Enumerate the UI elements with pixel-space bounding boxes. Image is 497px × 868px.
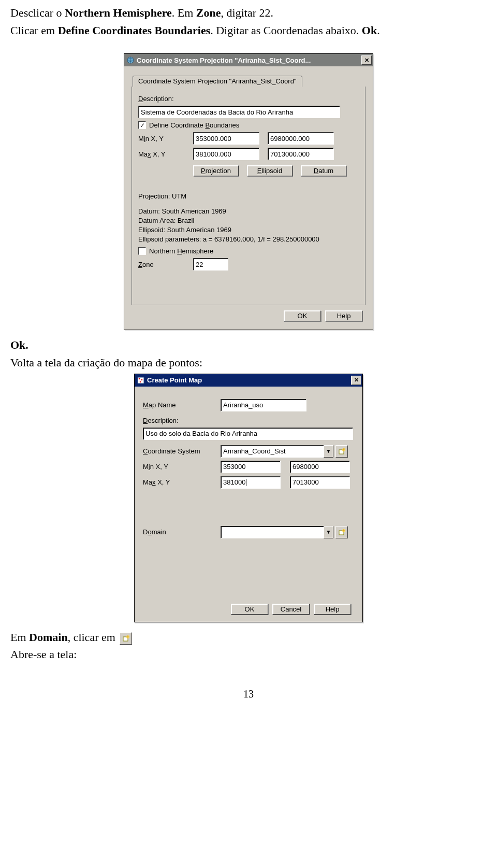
zone-input[interactable]: 22 bbox=[193, 258, 228, 271]
new-domain-inline-icon bbox=[120, 632, 132, 645]
min-xy-label: Min X, Y bbox=[143, 463, 221, 471]
new-coord-system-button[interactable] bbox=[335, 445, 348, 458]
max-xy-label: Max X, Y bbox=[143, 478, 221, 486]
projection-info: Projection: UTM bbox=[138, 192, 359, 200]
min-x-input[interactable]: 353000.000 bbox=[193, 132, 259, 145]
tab-coord-system[interactable]: Coordinate System Projection "Ariranha_S… bbox=[133, 76, 302, 87]
titlebar[interactable]: Coordinate System Projection "Ariranha_S… bbox=[124, 54, 373, 66]
coord-system-projection-dialog: Coordinate System Projection "Ariranha_S… bbox=[124, 53, 373, 330]
description-input[interactable]: Sistema de Coordenadas da Bacia do Rio A… bbox=[138, 106, 340, 118]
min-x-input[interactable]: 353000 bbox=[221, 461, 281, 473]
coord-system-dropdown[interactable]: Ariranha_Coord_Sist ▼ bbox=[221, 445, 333, 458]
ellipsoid-info: Ellipsoid: South American 1969 bbox=[138, 226, 359, 234]
map-name-label: Map Name bbox=[143, 401, 221, 409]
zone-label: Zone bbox=[138, 261, 193, 268]
min-xy-label: Min X, Y bbox=[138, 135, 193, 143]
globe-icon bbox=[126, 56, 135, 64]
svg-point-4 bbox=[140, 381, 141, 382]
close-icon[interactable]: ✕ bbox=[351, 376, 361, 385]
dialog-title: Coordinate System Projection "Ariranha_S… bbox=[137, 56, 360, 64]
northern-hemisphere-checkbox[interactable] bbox=[138, 247, 146, 255]
coord-system-label: Coordinate System bbox=[143, 447, 221, 455]
domain-label: Domain bbox=[143, 528, 221, 536]
domain-value bbox=[221, 526, 324, 538]
page-number: 13 bbox=[10, 688, 487, 700]
datum-info: Datum: South American 1969 bbox=[138, 207, 359, 215]
max-y-input[interactable]: 7013000.000 bbox=[268, 148, 334, 160]
projection-button[interactable]: Projection bbox=[193, 165, 239, 176]
abre-tela-line: Abre-se a tela: bbox=[10, 647, 487, 662]
datum-button[interactable]: Datum bbox=[301, 165, 346, 176]
max-y-input[interactable]: 7013000 bbox=[290, 476, 350, 489]
instruction-line-2: Clicar em Define Coordinates Boundaries.… bbox=[10, 23, 487, 38]
coord-system-value: Ariranha_Coord_Sist bbox=[221, 445, 324, 458]
define-bounds-label: Define Coordinate Boundaries bbox=[149, 121, 239, 129]
domain-dropdown[interactable]: ▼ bbox=[221, 526, 333, 538]
description-input[interactable]: Uso do solo da Bacia do Rio Ariranha bbox=[143, 428, 353, 440]
instruction-line-1: Desclicar o Northern Hemisphere. Em Zone… bbox=[10, 5, 487, 21]
volta-text: Volta a tela da criação do mapa de ponto… bbox=[10, 355, 487, 371]
svg-rect-1 bbox=[138, 377, 144, 383]
min-y-input[interactable]: 6980000 bbox=[290, 461, 350, 473]
svg-point-3 bbox=[141, 379, 143, 380]
ellipsoid-button[interactable]: Ellipsoid bbox=[247, 165, 293, 176]
max-x-input[interactable]: 381000 bbox=[221, 476, 281, 489]
datum-area-info: Datum Area: Brazil bbox=[138, 217, 359, 224]
ok-text: Ok. bbox=[10, 337, 487, 353]
help-button[interactable]: Help bbox=[325, 310, 362, 321]
ellipsoid-params-info: Ellipsoid parameters: a = 6378160.000, 1… bbox=[138, 235, 359, 243]
ok-button[interactable]: OK bbox=[284, 310, 321, 321]
description-label: Description: bbox=[143, 417, 179, 424]
define-bounds-checkbox[interactable]: ✓ bbox=[138, 121, 146, 129]
close-icon[interactable]: ✕ bbox=[361, 55, 372, 65]
chevron-down-icon[interactable]: ▼ bbox=[324, 526, 333, 538]
max-x-input[interactable]: 381000.000 bbox=[193, 148, 259, 160]
titlebar[interactable]: Create Point Map ✕ bbox=[135, 374, 362, 387]
max-xy-label: Max X, Y bbox=[138, 150, 193, 158]
help-button[interactable]: Help bbox=[314, 604, 351, 615]
point-map-icon bbox=[137, 376, 145, 385]
description-label: Description: bbox=[138, 95, 191, 103]
min-y-input[interactable]: 6980000.000 bbox=[268, 132, 334, 145]
cancel-button[interactable]: Cancel bbox=[272, 604, 310, 615]
em-domain-line: Em Domain, clicar em bbox=[10, 630, 487, 645]
new-domain-button[interactable] bbox=[335, 526, 348, 538]
ok-button[interactable]: OK bbox=[231, 604, 268, 615]
map-name-input[interactable]: Ariranha_uso bbox=[221, 399, 306, 411]
dialog-title: Create Point Map bbox=[147, 376, 350, 384]
chevron-down-icon[interactable]: ▼ bbox=[324, 445, 333, 458]
create-point-map-dialog: Create Point Map ✕ Map Name Ariranha_uso… bbox=[134, 374, 363, 622]
svg-point-2 bbox=[139, 378, 140, 379]
northern-hemisphere-label: Northern Hemisphere bbox=[149, 247, 213, 255]
